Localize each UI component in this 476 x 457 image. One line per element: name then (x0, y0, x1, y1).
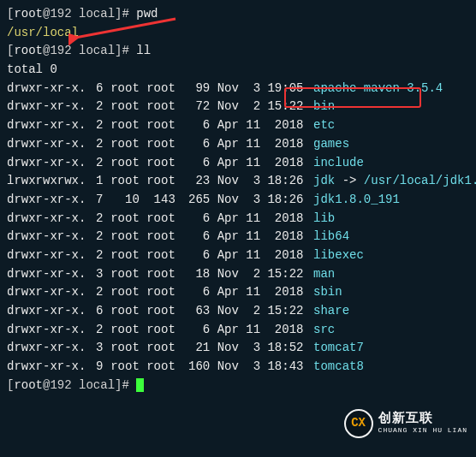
file-name: sbin (313, 285, 342, 299)
listing-row: drwxr-xr-x. 2 root root 6 Apr 11 2018 li… (7, 210, 469, 228)
file-name: bin (313, 99, 335, 113)
listing-row: drwxr-xr-x. 2 root root 72 Nov 2 15:22 b… (7, 98, 469, 116)
listing-row: drwxr-xr-x. 2 root root 6 Apr 11 2018 sr… (7, 321, 469, 340)
file-name: tomcat8 (313, 359, 364, 373)
file-name: jdk1.8.0_191 (313, 193, 400, 206)
listing-row: drwxr-xr-x. 2 root root 6 Apr 11 2018 ga… (7, 135, 469, 154)
prompt-line-3[interactable]: [root@192 local]# (7, 377, 469, 395)
listing-row: drwxr-xr-x. 3 root root 21 Nov 3 18:52 t… (7, 339, 469, 358)
command-pwd: pwd (136, 7, 158, 21)
file-name: lib (313, 211, 335, 225)
file-name: lib64 (313, 229, 349, 243)
file-name: jdk (313, 174, 335, 187)
listing-row: lrwxrwxrwx. 1 root root 23 Nov 3 18:26 j… (7, 172, 469, 191)
prompt-line-2: [root@192 local]# ll (7, 42, 469, 61)
file-name: libexec (313, 248, 364, 262)
file-name: share (313, 304, 349, 318)
file-name: apache-maven-3.5.4 (313, 81, 443, 95)
listing-row: drwxr-xr-x. 7 10 143 265 Nov 3 18:26 jdk… (7, 191, 469, 210)
directory-listing: drwxr-xr-x. 6 root root 99 Nov 3 19:05 a… (7, 80, 469, 377)
watermark: CX 创新互联 CHUANG XIN HU LIAN (344, 409, 467, 438)
listing-row: drwxr-xr-x. 6 root root 63 Nov 2 15:22 s… (7, 302, 469, 321)
listing-row: drwxr-xr-x. 2 root root 6 Apr 11 2018 li… (7, 246, 469, 265)
listing-row: drwxr-xr-x. 9 root root 160 Nov 3 18:43 … (7, 358, 469, 377)
watermark-text-en: CHUANG XIN HU LIAN (378, 427, 467, 435)
prompt-line-1: [root@192 local]# pwd (7, 5, 469, 24)
file-name: etc (313, 118, 335, 132)
file-name: games (313, 137, 349, 151)
file-name: tomcat7 (313, 341, 364, 354)
file-name: include (313, 156, 364, 169)
watermark-text-cn: 创新互联 (378, 412, 467, 427)
listing-row: drwxr-xr-x. 2 root root 6 Apr 11 2018 li… (7, 228, 469, 246)
listing-row: drwxr-xr-x. 2 root root 6 Apr 11 2018 et… (7, 116, 469, 135)
cursor-icon (136, 378, 144, 392)
listing-row: drwxr-xr-x. 2 root root 6 Apr 11 2018 in… (7, 154, 469, 173)
pwd-output: /usr/local (7, 24, 469, 43)
file-name: man (313, 267, 335, 281)
total-line: total 0 (7, 61, 469, 80)
listing-row: drwxr-xr-x. 2 root root 6 Apr 11 2018 sb… (7, 283, 469, 302)
listing-row: drwxr-xr-x. 6 root root 99 Nov 3 19:05 a… (7, 80, 469, 98)
watermark-logo-icon: CX (344, 409, 373, 438)
file-name: src (313, 323, 335, 336)
symlink-target: /usr/local/jdk1.8.0_191 (364, 174, 476, 187)
listing-row: drwxr-xr-x. 3 root root 18 Nov 2 15:22 m… (7, 265, 469, 284)
command-ll: ll (136, 44, 151, 57)
